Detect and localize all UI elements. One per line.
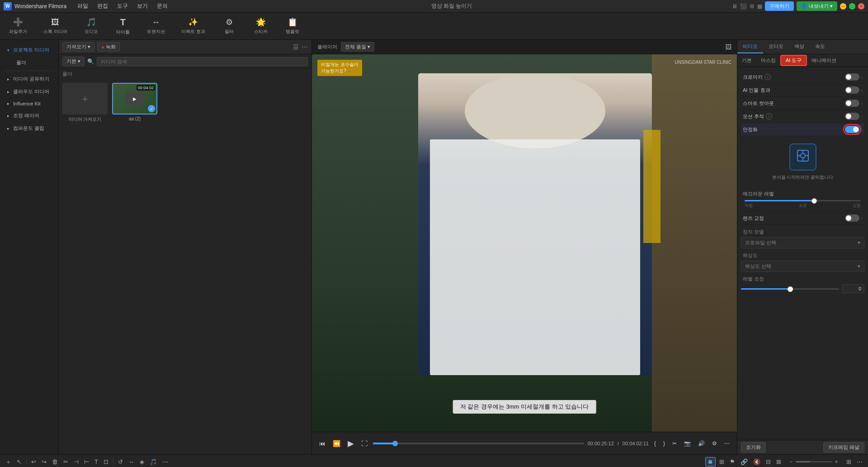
ai-person-expand[interactable]: › bbox=[861, 88, 863, 93]
menu-help[interactable]: 문의 bbox=[153, 1, 171, 11]
stabilization-expand[interactable]: › bbox=[861, 127, 863, 132]
export-button[interactable]: 👤 내보내기 ▾ bbox=[797, 1, 837, 11]
tool-transition[interactable]: ↔ 트랜지션 bbox=[143, 16, 169, 37]
tl-btn-audio[interactable]: 🎵 bbox=[148, 457, 159, 466]
sidebar-item-project-media[interactable]: ▾ 프로젝트 미디어 bbox=[2, 44, 57, 56]
fullscreen-button[interactable]: ⛶ bbox=[359, 439, 369, 448]
preview-icon-1[interactable]: 🖼 bbox=[725, 43, 731, 51]
tab-speed[interactable]: 속도 bbox=[810, 40, 830, 53]
tl-snap-btn[interactable]: ⊞ bbox=[717, 457, 726, 466]
tl-btn-crop[interactable]: ⊡ bbox=[102, 457, 110, 466]
tl-record-btn[interactable]: ⏺ bbox=[705, 457, 716, 467]
tl-btn-effect[interactable]: ◈ bbox=[138, 457, 146, 466]
tab-audio[interactable]: 오디오 bbox=[763, 40, 789, 53]
progress-thumb[interactable] bbox=[392, 441, 398, 446]
tl-btn-trim[interactable]: ⊣ bbox=[72, 457, 80, 466]
tl-btn-add-track[interactable]: ＋ bbox=[4, 457, 13, 467]
tl-btn-flip[interactable]: ↔ bbox=[127, 457, 136, 466]
tl-btn-delete[interactable]: 🗑 bbox=[50, 457, 60, 466]
stabilization-toggle[interactable] bbox=[845, 126, 859, 133]
chromakey-info-icon[interactable]: i bbox=[764, 74, 771, 80]
ai-person-toggle[interactable] bbox=[845, 86, 859, 94]
tool-filter[interactable]: ⚙ 필터 bbox=[218, 15, 241, 37]
level-thumb[interactable] bbox=[788, 286, 793, 292]
tl-grid-btn[interactable]: ⊞ bbox=[844, 457, 853, 466]
subtab-animation[interactable]: 애니메이션 bbox=[807, 55, 841, 66]
tl-btn-rotate[interactable]: ↺ bbox=[116, 457, 125, 466]
resolution-select[interactable]: 해상도 선택 ▾ bbox=[741, 261, 864, 272]
tool-sticker[interactable]: 🌟 스티커 bbox=[250, 15, 272, 37]
tl-btn-cut[interactable]: ✂ bbox=[61, 457, 70, 466]
tl-btn-undo[interactable]: ↩ bbox=[29, 457, 38, 466]
motion-tracking-info-icon[interactable]: i bbox=[766, 113, 772, 119]
profile-select[interactable]: 프로파일 선택 ▾ bbox=[741, 237, 864, 248]
lens-correction-expand[interactable]: › bbox=[861, 216, 863, 221]
tl-btn-text[interactable]: T bbox=[93, 457, 100, 466]
import-dropdown[interactable]: 가져오기 ▾ bbox=[62, 42, 94, 52]
more-button[interactable]: ⋯ bbox=[722, 439, 731, 448]
mark-out-button[interactable]: } bbox=[661, 439, 667, 448]
media-item-add[interactable]: ＋ 미디어 가져오기 bbox=[62, 83, 108, 123]
tab-video[interactable]: 비디오 bbox=[737, 40, 763, 53]
sidebar-item-cloud-media[interactable]: ▸ 클라우드 미디어 bbox=[2, 86, 57, 98]
sidebar-item-influence-kit[interactable]: ▸ Influence Kit bbox=[2, 98, 57, 109]
tl-marker-btn[interactable]: ⚑ bbox=[728, 457, 737, 466]
media-item-video[interactable]: ▶ 00:04:02 ✓ aa (2) bbox=[112, 83, 157, 123]
minus-icon[interactable]: － bbox=[788, 458, 794, 466]
tool-stock-media[interactable]: 🖼 스톡 미디어 bbox=[40, 16, 71, 37]
tl-btn-trim2[interactable]: ⊢ bbox=[82, 457, 91, 466]
close-button[interactable]: × bbox=[858, 3, 864, 10]
tl-btn-redo[interactable]: ↪ bbox=[40, 457, 48, 466]
chromakey-expand[interactable]: › bbox=[861, 75, 863, 80]
subtab-basic[interactable]: 기본 bbox=[737, 55, 756, 66]
skip-back-button[interactable]: ⏮ bbox=[317, 439, 327, 448]
level-value-input[interactable] bbox=[842, 284, 864, 293]
purchase-button[interactable]: 구매하기 bbox=[765, 1, 794, 11]
chromakey-toggle[interactable] bbox=[845, 73, 859, 81]
filter-icon-media[interactable]: ☰ bbox=[293, 43, 299, 51]
tool-title[interactable]: T 타이틀 bbox=[112, 15, 134, 37]
motion-tracking-expand[interactable]: › bbox=[861, 114, 863, 119]
tl-btn-more[interactable]: ⋯ bbox=[160, 457, 170, 466]
menu-edit[interactable]: 편집 bbox=[94, 1, 112, 11]
sidebar-folder-item[interactable]: 폴더 bbox=[0, 57, 58, 69]
tl-btn-move[interactable]: ↖ bbox=[15, 457, 24, 466]
motion-tracking-toggle[interactable] bbox=[845, 113, 859, 120]
sidebar-item-adjustment-layer[interactable]: ▸ 조정 레이어 bbox=[2, 110, 57, 122]
sidebar-item-media-share[interactable]: ▸ 미디어 공유하기 bbox=[2, 73, 57, 85]
subtab-ai-tools[interactable]: AI 도구 bbox=[780, 55, 807, 66]
tool-add-file[interactable]: ➕ 파일추가 bbox=[5, 15, 31, 37]
record-dropdown[interactable]: ● 녹화 bbox=[97, 42, 120, 52]
tl-split-btn[interactable]: ⊟ bbox=[764, 457, 773, 466]
reset-button[interactable]: 조기화 bbox=[741, 442, 766, 453]
smart-cutout-expand[interactable]: › bbox=[861, 101, 863, 106]
analyze-button[interactable] bbox=[789, 143, 816, 171]
lens-correction-toggle[interactable] bbox=[845, 214, 859, 222]
plus-icon[interactable]: ＋ bbox=[834, 458, 839, 466]
smooth-slider[interactable] bbox=[745, 200, 861, 201]
smart-cutout-toggle[interactable] bbox=[845, 100, 859, 107]
more-options-icon[interactable]: ⋯ bbox=[302, 43, 308, 51]
tl-mute-btn[interactable]: 🔇 bbox=[751, 457, 762, 466]
video-thumb[interactable]: ▶ 00:04:02 ✓ bbox=[112, 83, 157, 114]
split-button[interactable]: ✂ bbox=[670, 439, 679, 448]
step-back-button[interactable]: ⏪ bbox=[331, 439, 342, 448]
zoom-slider[interactable] bbox=[796, 461, 832, 462]
tool-template[interactable]: 📋 템플릿 bbox=[281, 15, 304, 37]
play-button[interactable]: ▶ bbox=[346, 438, 356, 449]
mark-in-button[interactable]: { bbox=[652, 439, 658, 448]
minimize-button[interactable]: — bbox=[840, 3, 846, 10]
keyframe-panel-button[interactable]: 키프레임 패널 bbox=[823, 442, 864, 453]
volume-button[interactable]: 🔊 bbox=[696, 439, 707, 448]
subtab-masking[interactable]: 마스킹 bbox=[756, 55, 780, 66]
search-input[interactable] bbox=[97, 57, 308, 66]
menu-file[interactable]: 파일 bbox=[74, 1, 92, 11]
tl-more2-btn[interactable]: ⋯ bbox=[855, 457, 864, 466]
tab-color[interactable]: 색상 bbox=[789, 40, 810, 53]
tl-link-btn[interactable]: 🔗 bbox=[739, 457, 750, 466]
settings2-button[interactable]: ⚙ bbox=[710, 439, 719, 448]
view-mode-dropdown[interactable]: 기본 ▾ bbox=[62, 57, 85, 66]
snapshot-button[interactable]: 📷 bbox=[682, 439, 693, 448]
menu-view[interactable]: 보기 bbox=[133, 1, 151, 11]
progress-bar[interactable] bbox=[373, 443, 584, 444]
